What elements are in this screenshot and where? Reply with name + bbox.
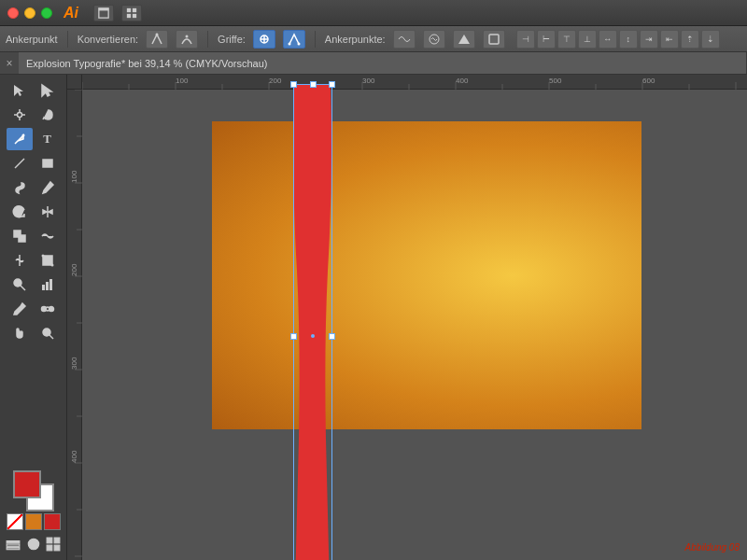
free-transform-tool[interactable] <box>35 249 61 272</box>
svg-rect-3 <box>133 7 136 11</box>
anchor-op-btn2[interactable] <box>423 30 445 49</box>
chart-tool[interactable] <box>35 273 61 296</box>
svg-line-37 <box>21 286 25 290</box>
svg-rect-46 <box>7 544 20 546</box>
align-btn4[interactable]: ⊥ <box>578 30 597 49</box>
pen-tool[interactable] <box>7 128 33 150</box>
anchor-op-btn1[interactable] <box>393 30 416 49</box>
align-btn2[interactable]: ⊢ <box>537 30 556 49</box>
sep1 <box>67 31 68 48</box>
ruler-corner <box>67 75 82 90</box>
align-btn8[interactable]: ⇤ <box>660 30 679 49</box>
tool-row-5 <box>0 175 66 200</box>
watermark: Abbildung 08 <box>685 542 740 553</box>
svg-text:200: 200 <box>70 263 78 276</box>
convert-btn1[interactable] <box>146 30 168 49</box>
svg-rect-39 <box>46 282 49 290</box>
hand-tool[interactable] <box>7 322 33 344</box>
rotate-tool[interactable] <box>7 201 33 223</box>
symbol-sprayer-tool[interactable] <box>7 273 33 296</box>
convert-btn2[interactable] <box>176 30 198 49</box>
doc-tab-bar: × Explosion Typografie* bei 39,14 % (CMY… <box>0 52 747 75</box>
svg-marker-27 <box>43 210 47 214</box>
canvas-area[interactable]: 100 200 300 400 500 600 <box>67 75 747 560</box>
svg-point-22 <box>17 113 21 118</box>
anchor-op-btn4[interactable] <box>483 30 505 49</box>
rect-tool[interactable] <box>35 152 61 175</box>
tool-row-2 <box>0 103 66 127</box>
type-tool[interactable]: T <box>35 128 61 150</box>
svg-rect-51 <box>54 538 60 543</box>
svg-rect-32 <box>43 256 52 265</box>
extra-swatches <box>4 513 63 530</box>
line-tool[interactable] <box>7 152 33 175</box>
zoom-tool[interactable] <box>35 322 61 344</box>
blend-tool[interactable] <box>35 298 61 320</box>
pencil-tool[interactable] <box>35 176 61 199</box>
eyedropper-tool[interactable] <box>7 298 33 320</box>
red-shape-container[interactable] <box>287 84 338 560</box>
anchor-label: Ankerpunkt <box>6 34 58 45</box>
paintbrush-tool[interactable] <box>7 176 33 199</box>
ruler-horizontal: 100 200 300 400 500 600 <box>67 75 747 90</box>
align-btn7[interactable]: ⇥ <box>640 30 658 49</box>
svg-text:300: 300 <box>70 357 78 370</box>
svg-marker-16 <box>14 85 23 96</box>
lasso-tool[interactable] <box>35 104 61 126</box>
align-btn1[interactable]: ⊣ <box>516 30 535 49</box>
align-btn3[interactable]: ⊤ <box>557 30 576 49</box>
handles-btn1[interactable] <box>253 30 275 49</box>
svg-point-33 <box>41 255 44 258</box>
align-btn5[interactable]: ↔ <box>599 30 617 49</box>
svg-text:400: 400 <box>456 77 469 85</box>
svg-point-12 <box>297 42 300 45</box>
color-swatches <box>0 467 66 556</box>
magic-wand-tool[interactable] <box>7 104 33 126</box>
reflect-tool[interactable] <box>35 201 61 223</box>
svg-rect-47 <box>7 547 20 549</box>
anchor-op-btn3[interactable] <box>453 30 475 49</box>
layers-btn[interactable] <box>4 536 22 553</box>
artboards-btn[interactable] <box>44 536 63 553</box>
anchor-toolbar: Ankerpunkt Konvertieren: Griffe: Ankerpu… <box>0 26 747 52</box>
svg-rect-40 <box>49 279 52 290</box>
app-logo: Ai <box>63 5 78 21</box>
left-toolbar: T <box>0 75 67 560</box>
svg-line-24 <box>15 159 24 168</box>
swatch-main <box>13 470 54 511</box>
tool-row-4 <box>0 151 66 175</box>
doc-close-btn[interactable]: × <box>0 52 19 74</box>
svg-rect-45 <box>7 541 20 543</box>
minimize-button[interactable] <box>24 7 35 19</box>
foreground-swatch[interactable] <box>13 470 41 498</box>
symbols-btn[interactable] <box>24 536 43 553</box>
traffic-lights <box>7 7 52 19</box>
none-swatch[interactable] <box>7 513 23 530</box>
tool-row-10 <box>0 297 66 321</box>
svg-rect-2 <box>127 7 131 11</box>
sep3 <box>315 31 316 48</box>
orange-swatch[interactable] <box>25 513 42 530</box>
tool-row-6 <box>0 200 66 224</box>
svg-point-36 <box>16 282 19 285</box>
warp-tool[interactable] <box>35 225 61 247</box>
direct-select-tool[interactable] <box>35 79 61 102</box>
align-btn6[interactable]: ↕ <box>619 30 638 49</box>
close-button[interactable] <box>7 7 19 19</box>
scale-tool[interactable] <box>7 225 33 247</box>
title-bar: Ai <box>0 0 747 26</box>
arrange-icon[interactable] <box>121 5 142 21</box>
titlebar-icons <box>93 5 142 21</box>
svg-text:100: 100 <box>70 170 78 183</box>
handles-btn2[interactable] <box>283 30 305 49</box>
maximize-button[interactable] <box>41 7 52 19</box>
svg-text:200: 200 <box>269 77 282 85</box>
width-tool[interactable] <box>7 249 33 272</box>
align-btn10[interactable]: ⇣ <box>701 30 720 49</box>
align-btn9[interactable]: ⇡ <box>681 30 699 49</box>
window-icon[interactable] <box>93 5 114 21</box>
red-swatch[interactable] <box>44 513 61 530</box>
svg-text:500: 500 <box>549 77 562 85</box>
doc-tab[interactable]: Explosion Typografie* bei 39,14 % (CMYK/… <box>19 52 747 74</box>
select-tool[interactable] <box>7 79 33 102</box>
